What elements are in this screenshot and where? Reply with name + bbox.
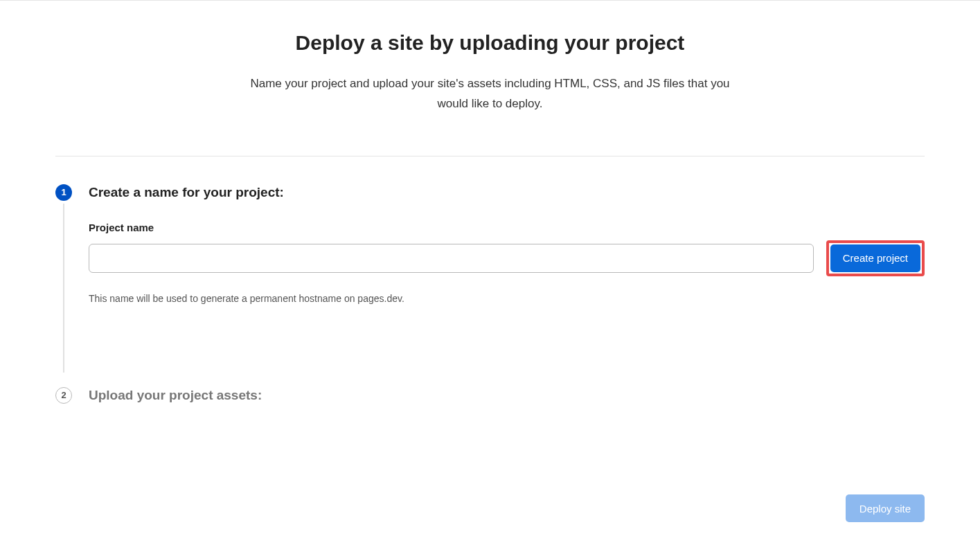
step-number-2: 2 [61,390,66,400]
page-title: Deploy a site by uploading your project [55,31,925,55]
step-1-content: Create a name for your project: Project … [89,184,925,304]
create-button-highlight: Create project [826,240,925,276]
project-name-input[interactable] [89,244,814,273]
page-subtitle: Name your project and upload your site's… [248,74,733,114]
step-1-title: Create a name for your project: [89,184,925,201]
project-name-group: Project name Create project This name wi… [89,222,925,304]
step-2-title: Upload your project assets: [89,387,925,404]
project-name-help: This name will be used to generate a per… [89,293,925,304]
page-header: Deploy a site by uploading your project … [55,1,925,156]
step-2-content: Upload your project assets: [89,387,925,404]
project-name-label: Project name [89,222,925,233]
section-divider [55,156,925,157]
step-create-name: 1 Create a name for your project: Projec… [55,184,925,304]
deploy-site-button[interactable]: Deploy site [846,494,925,522]
step-badge-1: 1 [55,184,72,201]
create-project-button[interactable]: Create project [830,244,920,272]
page-footer: Deploy site [846,494,925,522]
step-upload-assets: 2 Upload your project assets: [55,387,925,404]
step-badge-2: 2 [55,387,72,404]
step-number-1: 1 [61,187,66,197]
steps-wrapper: 1 Create a name for your project: Projec… [55,184,925,404]
project-name-row: Create project [89,240,925,276]
